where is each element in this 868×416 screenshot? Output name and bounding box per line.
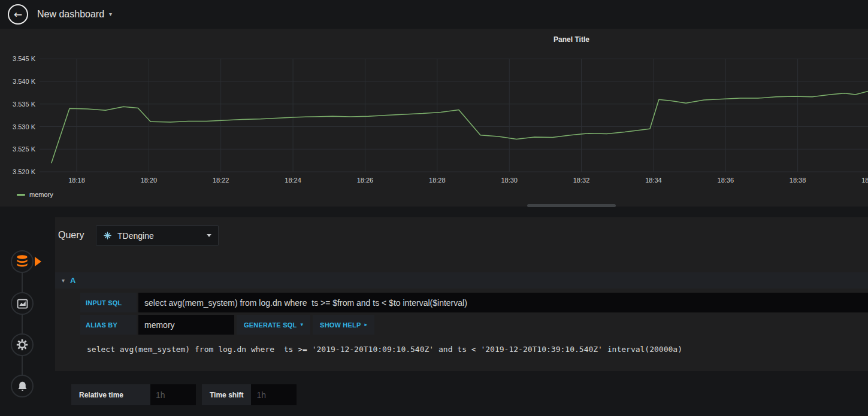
svg-text:18:36: 18:36: [718, 177, 734, 184]
alias-by-label: ALIAS BY: [80, 315, 137, 335]
svg-text:18:24: 18:24: [285, 177, 301, 184]
query-editor-panel: Query TDengine ▾ A INPUT SQL ALIAS BY GE…: [55, 217, 868, 371]
show-help-label: SHOW HELP: [320, 321, 361, 329]
svg-text:18:26: 18:26: [357, 177, 374, 184]
svg-text:18:18: 18:18: [68, 177, 85, 184]
spacer: [196, 384, 202, 405]
generate-sql-button[interactable]: GENERATE SQL ▾: [237, 315, 310, 335]
relative-time-field[interactable]: [150, 384, 196, 405]
svg-text:3.520 K: 3.520 K: [13, 168, 36, 175]
tab-alert[interactable]: [11, 375, 34, 397]
input-sql-row: INPUT SQL: [80, 293, 868, 312]
svg-text:18:32: 18:32: [573, 177, 590, 184]
svg-text:3.530 K: 3.530 K: [13, 123, 36, 130]
chart-icon: [16, 297, 29, 310]
alias-by-field[interactable]: [138, 315, 234, 335]
svg-text:18:30: 18:30: [501, 177, 518, 184]
collapse-caret-icon: ▾: [62, 278, 65, 284]
legend-series-label: memory: [29, 191, 53, 198]
svg-text:18:40: 18:40: [861, 177, 868, 184]
bell-icon: [16, 380, 29, 393]
top-navbar: ← New dashboard ▾: [0, 0, 868, 29]
back-button[interactable]: ←: [8, 4, 28, 25]
chevron-right-icon: ▸: [365, 322, 368, 327]
legend-color-swatch: [17, 194, 25, 196]
chevron-down-icon: [207, 234, 211, 237]
panel-title[interactable]: Panel Title: [554, 35, 589, 44]
svg-text:3.545 K: 3.545 K: [13, 55, 36, 62]
svg-text:3.535 K: 3.535 K: [13, 101, 36, 108]
tab-visualization[interactable]: [11, 292, 34, 315]
grafana-panel-edit-page: ← New dashboard ▾ 3.545 K3.540 K3.535 K3…: [0, 0, 868, 416]
time-series-chart: 3.545 K3.540 K3.535 K3.530 K3.525 K3.520…: [0, 29, 868, 207]
chevron-down-icon: ▾: [109, 11, 112, 17]
query-ref-id: A: [70, 276, 75, 285]
active-tab-arrow-icon: [35, 257, 41, 266]
relative-time-label: Relative time: [71, 384, 150, 405]
datasource-name: TDengine: [117, 231, 207, 241]
show-help-button[interactable]: SHOW HELP ▸: [313, 315, 374, 335]
generate-sql-label: GENERATE SQL: [244, 321, 297, 329]
tab-queries[interactable]: [11, 250, 34, 273]
svg-text:18:22: 18:22: [213, 177, 229, 184]
panel-edit-tabs-sidebar: [0, 207, 46, 416]
svg-text:18:38: 18:38: [790, 177, 806, 184]
query-row-header[interactable]: ▾ A: [55, 272, 868, 289]
time-shift-label: Time shift: [202, 384, 251, 405]
back-arrow-icon: ←: [14, 10, 22, 20]
svg-text:18:20: 18:20: [141, 177, 158, 184]
graph-panel: 3.545 K3.540 K3.535 K3.530 K3.525 K3.520…: [0, 29, 868, 207]
datasource-picker[interactable]: TDengine: [96, 225, 219, 246]
chevron-down-icon: ▾: [300, 322, 303, 327]
query-section-title: Query: [58, 230, 84, 241]
dashboard-title[interactable]: New dashboard: [37, 9, 104, 20]
input-sql-label: INPUT SQL: [80, 293, 137, 312]
generated-sql-text: select avg(mem_system) from log.dn where…: [87, 339, 682, 359]
chart-legend[interactable]: memory: [17, 191, 53, 198]
database-icon: [14, 254, 30, 269]
time-shift-field[interactable]: [251, 384, 297, 405]
alias-by-row: ALIAS BY GENERATE SQL ▾ SHOW HELP ▸: [80, 315, 374, 335]
scrollbar-handle[interactable]: [527, 204, 616, 207]
gear-icon: [16, 338, 29, 351]
input-sql-field[interactable]: [138, 293, 868, 312]
svg-text:18:34: 18:34: [645, 177, 662, 184]
tdengine-logo-icon: [103, 231, 112, 240]
svg-text:3.525 K: 3.525 K: [13, 145, 36, 153]
query-time-options: Relative time Time shift: [71, 384, 297, 405]
svg-text:3.540 K: 3.540 K: [13, 78, 36, 85]
tabs-connector-line: [22, 262, 23, 386]
svg-text:18:28: 18:28: [429, 177, 446, 184]
tab-general[interactable]: [11, 333, 34, 356]
